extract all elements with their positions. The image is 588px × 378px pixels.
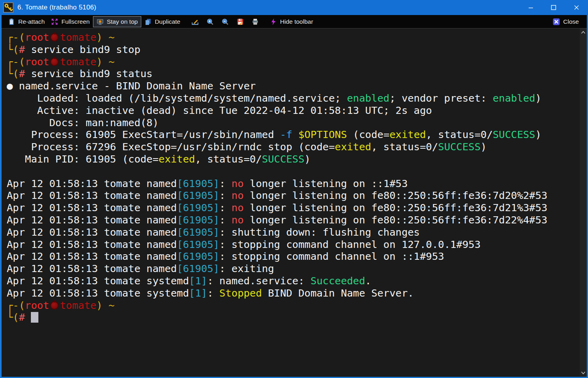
terminal-text-segment: longer listening on fe80::250:56ff:fe36:…	[244, 189, 548, 201]
terminal-text-segment: .	[365, 275, 371, 287]
terminal-text-segment: Apr 12 01:58:13 tomate named	[7, 238, 177, 250]
terminal-text-segment: tomate	[60, 56, 96, 68]
terminal-text-segment	[292, 129, 298, 140]
terminal-text-segment: )	[481, 141, 487, 153]
terminal-text-segment: :	[219, 214, 231, 226]
maximize-icon	[551, 5, 556, 10]
terminal-text-segment: Apr 12 01:58:13 tomate systemd	[7, 287, 189, 299]
scroll-up-icon[interactable]	[580, 30, 586, 35]
terminal-text-segment: : stopping command channel on ::1#953	[219, 250, 444, 262]
terminal-text-segment: [61905]	[177, 263, 219, 274]
terminal-text-segment: SUCCESS	[438, 141, 480, 153]
terminal-text-segment: no	[231, 202, 244, 214]
zoom-out-button[interactable]	[218, 16, 233, 27]
terminal-text-segment: Apr 12 01:58:13 tomate systemd	[7, 275, 189, 287]
terminal-text-segment	[102, 299, 108, 311]
terminal-text-segment: ┌-(	[7, 56, 25, 68]
terminal-text-segment: Apr 12 01:58:13 tomate named	[7, 214, 177, 226]
terminal-text-segment: Process: 67296 ExecStop=/usr/sbin/rndc s…	[7, 141, 335, 153]
terminal-text-segment: Apr 12 01:58:13 tomate named	[7, 226, 177, 238]
terminal-text-segment: └(	[7, 68, 19, 79]
terminal-text-segment: :	[207, 287, 220, 299]
terminal-line: Apr 12 01:58:13 tomate systemd[1]: named…	[7, 275, 577, 287]
terminal-line: Loaded: loaded (/lib/systemd/system/name…	[7, 92, 577, 104]
terminal-text-segment: Apr 12 01:58:13 tomate named	[7, 250, 177, 262]
save-button[interactable]	[233, 16, 248, 27]
close-window-button[interactable]	[565, 0, 588, 15]
app-window: 6. Tomate (trabalho 5106)	[0, 0, 588, 378]
terminal-line: ┌-(roottomate) ~	[7, 299, 577, 312]
terminal-line: Apr 12 01:58:13 tomate systemd[1]: Stopp…	[7, 287, 577, 299]
hide-toolbar-button[interactable]: Hide toolbar	[267, 16, 317, 27]
window-frame: Re-attach Fullscreen	[0, 15, 588, 378]
terminal-text-segment: [61905]	[177, 238, 219, 250]
zoom-in-icon	[207, 18, 214, 25]
terminal-text-segment: Apr 12 01:58:13 tomate named	[7, 189, 177, 201]
terminal-text-segment: :	[219, 189, 231, 201]
lightning-icon	[270, 18, 277, 25]
terminal-line: Active: inactive (dead) since Tue 2022-0…	[7, 104, 577, 117]
terminal-line: ┌-(roottomate) ~	[7, 56, 577, 68]
terminal-text-segment: └(	[7, 43, 19, 55]
terminal-line: └(# service bind9 status	[7, 68, 577, 80]
terminal-line: Apr 12 01:58:13 tomate named[61905]: no …	[7, 214, 577, 226]
edit-button[interactable]	[188, 16, 203, 27]
fullscreen-button[interactable]: Fullscreen	[48, 16, 93, 27]
scroll-down-icon[interactable]	[580, 370, 586, 375]
terminal-text-segment: Process: 61905 ExecStart=/usr/sbin/named	[7, 129, 280, 140]
terminal-text-segment: tomate	[60, 31, 96, 43]
terminal-text-segment: :	[219, 202, 231, 214]
terminal-text-segment: ┌-(	[7, 31, 25, 43]
zoom-in-button[interactable]	[203, 16, 218, 27]
reattach-button[interactable]: Re-attach	[5, 16, 48, 27]
terminal-text-segment: )	[535, 129, 541, 140]
terminal-text-segment: #	[19, 43, 25, 55]
terminal-text-segment: [1]	[189, 275, 207, 287]
stay-on-top-button[interactable]: Stay on top	[93, 16, 141, 27]
terminal-text-segment: Stopped	[219, 287, 262, 299]
terminal-line: Apr 12 01:58:13 tomate named[61905]: shu…	[7, 226, 577, 238]
terminal-text-segment: longer listening on fe80::250:56ff:fe36:…	[244, 202, 548, 214]
terminal-text-segment: #	[19, 311, 25, 323]
terminal-line: ● named.service - BIND Domain Name Serve…	[7, 80, 577, 92]
terminal-text-segment: SUCCESS	[262, 153, 304, 165]
terminal-text-segment: [61905]	[177, 202, 219, 214]
minimize-icon	[528, 5, 533, 10]
toolbar: Re-attach Fullscreen	[2, 15, 587, 28]
terminal-line: Apr 12 01:58:13 tomate named[61905]: exi…	[7, 263, 577, 275]
terminal-text-segment: : exiting	[219, 263, 274, 274]
terminal-text-segment: [1]	[189, 287, 207, 299]
terminal-scrollbar[interactable]	[580, 28, 587, 377]
terminal-text-segment: exited	[159, 153, 195, 165]
stay-on-top-label: Stay on top	[107, 18, 138, 25]
terminal-text-segment: ~	[108, 299, 114, 311]
clipboard-icon	[8, 18, 15, 25]
fullscreen-icon	[51, 18, 58, 25]
titlebar[interactable]: 6. Tomate (trabalho 5106)	[0, 0, 588, 15]
maximize-button[interactable]	[542, 0, 565, 15]
minimize-button[interactable]	[519, 0, 542, 15]
terminal-text-segment: )	[535, 92, 541, 104]
terminal-line: Process: 67296 ExecStop=/usr/sbin/rndc s…	[7, 141, 577, 153]
tomato-icon	[50, 33, 59, 42]
terminal-text-segment: BIND Domain Name Server.	[262, 287, 414, 299]
terminal-text-segment: Main PID: 61905 (code=	[7, 153, 159, 165]
terminal[interactable]: ┌-(roottomate) ~└(# service bind9 stop┌-…	[2, 28, 587, 377]
print-button[interactable]	[248, 16, 263, 27]
close-session-button[interactable]: Close	[550, 16, 582, 27]
terminal-text-segment: SUCCESS	[493, 129, 535, 140]
terminal-output: ┌-(roottomate) ~└(# service bind9 stop┌-…	[2, 28, 587, 377]
terminal-text-segment: )	[304, 153, 310, 165]
terminal-text-segment: exited	[335, 141, 371, 153]
duplicate-pages-icon	[144, 18, 152, 25]
terminal-text-segment: longer listening on fe80::250:56ff:fe36:…	[244, 214, 548, 226]
terminal-text-segment: #	[19, 68, 25, 79]
terminal-text-segment: , status=0/	[195, 153, 262, 165]
duplicate-button[interactable]: Duplicate	[141, 16, 184, 27]
terminal-text-segment: )	[97, 56, 102, 68]
terminal-text-segment: enabled	[493, 92, 535, 104]
save-floppy-icon	[237, 18, 244, 25]
terminal-line: Main PID: 61905 (code=exited, status=0/S…	[7, 153, 577, 165]
terminal-text-segment: enabled	[347, 92, 389, 104]
terminal-text-segment: , status=0/	[426, 129, 493, 140]
